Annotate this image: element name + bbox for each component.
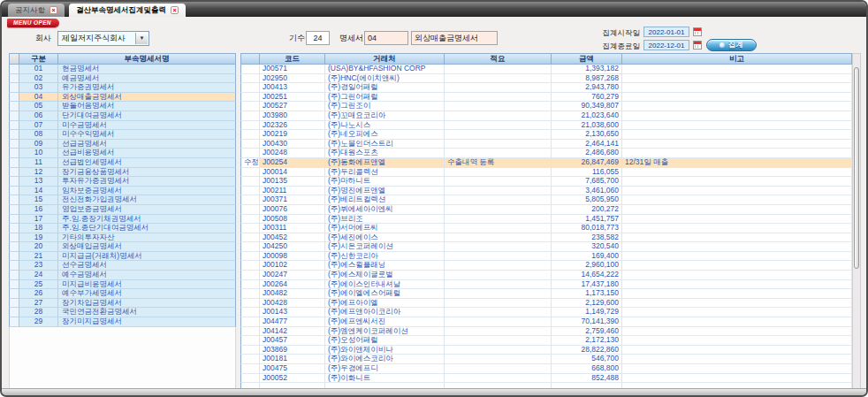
tab-bar: 공지사항 × 결산부속명세서집계및출력 × bbox=[2, 2, 866, 17]
right-table-row[interactable]: J00428(주)에프아이엘2,129,600 bbox=[240, 299, 852, 309]
left-table-row[interactable]: 16영업보증금명세서 bbox=[9, 205, 236, 215]
chevron-down-icon[interactable]: ▼ bbox=[135, 33, 148, 44]
right-table-row[interactable]: J00251(주)그린어패럴760,279 bbox=[240, 93, 852, 103]
right-table-row[interactable]: J00102(주)에스윌플래닝2,960,100 bbox=[240, 261, 852, 271]
scrollbar-thumb[interactable] bbox=[854, 67, 859, 269]
right-table-row[interactable]: J00571(USA)BY&HFASHION CORP1,393,182 bbox=[240, 65, 852, 74]
left-table-row[interactable]: 15전신전화가입권명세서 bbox=[9, 195, 236, 205]
right-table-row[interactable]: J00413(주)경일어패럴2,943,780 bbox=[240, 83, 852, 93]
left-table-row[interactable]: 11선급법인세명세서 bbox=[9, 158, 236, 168]
right-table-row[interactable]: J00247(주)에스제이글로벌14,654,222 bbox=[240, 271, 852, 280]
left-table-row[interactable]: 25미지급비용명세서 bbox=[9, 280, 236, 290]
row-selector-cell bbox=[9, 130, 19, 140]
cell-note bbox=[622, 102, 852, 111]
right-table-row[interactable]: J04477(주)에프엔씨서진70,141,390 bbox=[240, 317, 852, 327]
right-table-row[interactable]: J00181(주)와이에스코리아546,700 bbox=[240, 355, 852, 364]
cell-code: J00452 bbox=[260, 233, 325, 243]
right-table-row[interactable]: J03869(주)와이앤제이비나28,822,860 bbox=[240, 346, 852, 355]
cell-statement-name: 선급금명세서 bbox=[58, 140, 236, 149]
cell-statement-name: 예금명세서 bbox=[58, 74, 236, 84]
right-table-row[interactable]: J00371(주)베리트컬렉션5,805,950 bbox=[240, 195, 852, 205]
left-table-row[interactable]: 18주.임.종단기대여금명세서 bbox=[9, 224, 236, 233]
period-input[interactable] bbox=[306, 31, 330, 45]
tab-closing-statement-output[interactable]: 결산부속명세서집계및출력 × bbox=[69, 4, 186, 17]
start-date-input[interactable] bbox=[643, 27, 689, 37]
calendar-icon[interactable] bbox=[693, 41, 702, 50]
right-table-row[interactable]: J00264(주)에이스인터내셔날17,437,180 bbox=[240, 280, 852, 290]
right-table-row[interactable]: J00211(주)명진에프앤엘3,461,060 bbox=[240, 187, 852, 196]
left-table-row[interactable]: 21미지급금(거래처)명세서 bbox=[9, 252, 236, 262]
left-table-row[interactable]: 04외상매출금명세서 bbox=[9, 93, 236, 103]
left-table-row[interactable]: 01현금명세서 bbox=[9, 65, 236, 74]
statement-code-input[interactable] bbox=[364, 31, 408, 45]
left-panel-empty-area bbox=[9, 327, 236, 389]
left-table-row[interactable]: 02예금명세서 bbox=[9, 74, 236, 84]
right-table-row[interactable]: J00052(주)이화니트852,488 bbox=[240, 374, 852, 384]
left-table-row[interactable]: 26예수부가세명세서 bbox=[9, 289, 236, 299]
left-table-row[interactable]: 03유가증권명세서 bbox=[9, 83, 236, 93]
right-table-row[interactable]: J00527(주)그린조이90,349,807 bbox=[240, 102, 852, 111]
cell-vendor: (주)와이에스코리아 bbox=[325, 355, 445, 364]
row-selector-cell bbox=[9, 168, 19, 178]
vertical-scrollbar[interactable] bbox=[852, 53, 861, 389]
right-table-row[interactable]: 수정J00254(주)동화에프앤엘수출내역 등록26,847,46912/31일… bbox=[240, 158, 852, 168]
right-table-row[interactable]: J00475(주)우경에프디668,800 bbox=[240, 364, 852, 374]
right-table-row[interactable]: J00014(주)두리콜렉션116,055 bbox=[240, 168, 852, 178]
menu-open-badge[interactable]: MENU OPEN bbox=[7, 19, 59, 27]
right-table-row[interactable]: J00143(주)에프앤아이코리아1,149,729 bbox=[240, 308, 852, 317]
right-table-row[interactable]: J00457(주)오성어패럴2,172,130 bbox=[240, 336, 852, 346]
left-table-row[interactable]: 10선급비용명세서 bbox=[9, 149, 236, 158]
close-icon[interactable]: × bbox=[49, 6, 57, 14]
cell-gubun: 12 bbox=[19, 168, 58, 178]
window-bottom-edge bbox=[2, 388, 866, 395]
cell-memo bbox=[445, 177, 552, 187]
cell-amount: 3,461,060 bbox=[552, 187, 622, 196]
right-table-row[interactable]: J02950(주)HNC(에이치앤씨)8,987,268 bbox=[240, 74, 852, 84]
left-table-row[interactable]: 06단기대여금명세서 bbox=[9, 111, 236, 121]
right-table-row[interactable]: J00430(주)노블인더스트리2,464,141 bbox=[240, 140, 852, 149]
left-table-row[interactable]: 24예수금명세서 bbox=[9, 271, 236, 280]
statement-name-input[interactable] bbox=[411, 31, 498, 45]
calendar-icon[interactable] bbox=[693, 27, 702, 36]
cell-edit-flag bbox=[240, 224, 260, 233]
end-date-input[interactable] bbox=[643, 40, 689, 50]
tab-notice[interactable]: 공지사항 × bbox=[8, 4, 65, 17]
left-table-row[interactable]: 09선급금명세서 bbox=[9, 140, 236, 149]
right-table-row[interactable]: J00452(주)세진에이스238,582 bbox=[240, 233, 852, 243]
left-table-row[interactable]: 12장기금융상품명세서 bbox=[9, 168, 236, 178]
close-icon[interactable]: × bbox=[171, 6, 179, 14]
left-table-row[interactable]: 29장기미지급명세서 bbox=[9, 317, 236, 327]
right-table-row[interactable]: J00248(주)대원스포츠2,486,680 bbox=[240, 149, 852, 158]
right-table-row[interactable]: J00311(주)서머에프씨80,018,773 bbox=[240, 224, 852, 233]
right-table-row[interactable]: J00135(주)마하니트7,685,700 bbox=[240, 177, 852, 187]
row-selector-cell bbox=[9, 149, 19, 158]
left-table-row[interactable]: 27장기차입금명세서 bbox=[9, 299, 236, 309]
row-selector-cell bbox=[9, 280, 19, 290]
right-table-row[interactable]: J04250(주)시온코퍼레이션320,540 bbox=[240, 242, 852, 252]
right-table-row[interactable]: J03980(주)꼬매요코리아21,023,640 bbox=[240, 111, 852, 121]
left-table-row[interactable]: 13투자유가증권명세서 bbox=[9, 177, 236, 187]
period-label: 기수 bbox=[289, 31, 305, 45]
cell-code: J02326 bbox=[260, 121, 325, 131]
right-table-row[interactable]: J00076(주)뷔에세아이엔씨200,272 bbox=[240, 205, 852, 215]
cell-note bbox=[622, 261, 852, 271]
right-table-row[interactable]: J04142(주)엠엔케이코퍼레이션2,759,460 bbox=[240, 327, 852, 337]
left-table-row[interactable]: 28국민연금전환금명세서 bbox=[9, 308, 236, 317]
left-table-row[interactable]: 08미수수익명세서 bbox=[9, 130, 236, 140]
cell-memo bbox=[445, 111, 552, 121]
left-table-row[interactable]: 19기타의투자자산 bbox=[9, 233, 236, 243]
company-select[interactable]: 제일저지주식회사 ▼ bbox=[57, 31, 149, 46]
right-table-row[interactable]: J00098(주)신한코리아169,400 bbox=[240, 252, 852, 262]
left-table-row[interactable]: 07미수금명세서 bbox=[9, 121, 236, 131]
right-table-row[interactable]: J00219(주)네오피에스2,130,650 bbox=[240, 130, 852, 140]
left-table-row[interactable]: 17주.임.종장기채권명세서 bbox=[9, 215, 236, 225]
left-table-row[interactable]: 14임차보증금명세서 bbox=[9, 187, 236, 196]
left-table-row[interactable]: 05받을어음명세서 bbox=[9, 102, 236, 111]
left-table-row[interactable]: 23선수금명세서 bbox=[9, 261, 236, 271]
aggregate-button[interactable]: 집계 bbox=[706, 39, 757, 51]
right-table-row[interactable]: J00508(주)브리조1,451,757 bbox=[240, 215, 852, 225]
left-table-row[interactable]: 20외상매입금명세서 bbox=[9, 242, 236, 252]
right-table-row[interactable]: J00482(주)에이엘에스어패럴1,173,150 bbox=[240, 289, 852, 299]
right-table-row[interactable]: J02326(주)나노시스21,038,600 bbox=[240, 121, 852, 131]
cell-statement-name: 장기미지급명세서 bbox=[58, 317, 236, 327]
